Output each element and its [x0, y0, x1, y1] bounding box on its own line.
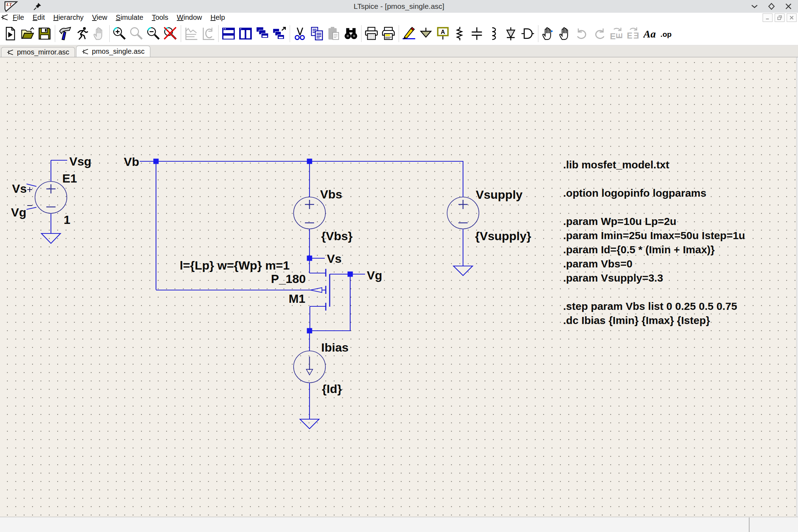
- e1-name-label[interactable]: E1: [62, 172, 77, 185]
- ground-symbol[interactable]: [300, 419, 319, 429]
- close-button[interactable]: [785, 2, 792, 10]
- e1-value-label[interactable]: 1: [64, 213, 70, 226]
- spice-directive-line[interactable]: .param Vbs=0: [563, 257, 745, 271]
- find-icon: [344, 27, 358, 41]
- ibias-source-symbol[interactable]: [294, 351, 325, 383]
- minimize-button[interactable]: [751, 2, 758, 10]
- print-preview-button[interactable]: [363, 24, 380, 43]
- tab-pmos_mirror[interactable]: pmos_mirror.asc: [1, 47, 75, 57]
- zoom-full-extents-button[interactable]: [162, 24, 179, 43]
- tile-horizontal-icon: [221, 27, 236, 41]
- schematic-canvas[interactable]: Vsg E1 1 Vs Vg Vb Vbs {Vbs} Vs Vg l={Lp}…: [0, 57, 798, 517]
- arrange-windows-button[interactable]: [271, 24, 288, 43]
- menu-file[interactable]: File: [8, 13, 28, 22]
- spice-directive-line[interactable]: .param Id={0.5 * (Imin + Imax)}: [563, 243, 745, 257]
- spice-directive-line[interactable]: .lib mosfet_model.txt: [563, 158, 745, 172]
- child-restore-button[interactable]: [775, 13, 785, 22]
- move-button[interactable]: [540, 24, 557, 43]
- vbs-name-label[interactable]: Vbs: [320, 187, 342, 201]
- menu-window[interactable]: Window: [173, 13, 206, 22]
- menu-simulate[interactable]: Simulate: [111, 13, 148, 22]
- ibias-value-label[interactable]: {Id}: [322, 382, 342, 395]
- control-panel-button[interactable]: [57, 24, 74, 43]
- e1-vcvs-symbol[interactable]: [27, 181, 67, 213]
- vbs-value-label[interactable]: {Vbs}: [321, 229, 353, 243]
- drag-button[interactable]: [557, 24, 574, 43]
- tile-horizontal-button[interactable]: [220, 24, 237, 43]
- net-label-button[interactable]: A: [434, 24, 451, 43]
- halt-button: [91, 24, 108, 43]
- spice-directive-line[interactable]: [563, 200, 745, 214]
- net-label-vsg[interactable]: Vsg: [69, 155, 91, 168]
- inductor-icon: [487, 27, 501, 41]
- component-button[interactable]: [519, 24, 536, 43]
- spice-directive-button[interactable]: .op: [659, 24, 676, 43]
- horizontal-scrollbar-track[interactable]: [0, 517, 798, 532]
- spice-directive-line[interactable]: .param Wp=10u Lp=2u: [563, 214, 745, 229]
- ground-button[interactable]: [417, 24, 434, 43]
- m1-params-label[interactable]: l={Lp} w={Wp} m=1: [180, 259, 290, 272]
- text-tool-button[interactable]: Aa: [642, 24, 659, 43]
- spice-directive-line[interactable]: .option logopinfo logparams: [563, 186, 745, 200]
- copy-button[interactable]: [308, 24, 325, 43]
- pin-icon[interactable]: [33, 2, 42, 11]
- ibias-name-label[interactable]: Ibias: [321, 341, 348, 354]
- resistor-button[interactable]: [451, 24, 468, 43]
- vertical-scrollbar[interactable]: [796, 57, 798, 517]
- spice-directive-line[interactable]: .dc Ibias {Imin} {Imax} {Istep}: [563, 313, 745, 328]
- zoom-full-extents-icon: [163, 27, 178, 41]
- spice-directive-line[interactable]: .param Imin=25u Imax=50u Istep=1u: [563, 229, 745, 243]
- waveform-settings-button: [200, 24, 216, 43]
- spice-directive-line[interactable]: [563, 285, 745, 299]
- m1-pmos-symbol[interactable]: [311, 269, 330, 311]
- m1-name-label[interactable]: M1: [289, 292, 305, 305]
- new-schematic-button[interactable]: [2, 24, 19, 43]
- child-minimize-button[interactable]: [763, 13, 773, 22]
- spice-directive-line[interactable]: .step param Vbs list 0 0.25 0.5 0.75: [563, 299, 745, 313]
- spice-directive-line[interactable]: [563, 172, 745, 186]
- zoom-in-button[interactable]: [111, 24, 128, 43]
- vsupply-value-label[interactable]: {Vsupply}: [475, 229, 531, 243]
- cascade-windows-button[interactable]: [254, 24, 271, 43]
- spice-directives-block[interactable]: .lib mosfet_model.txt.option logopinfo l…: [563, 158, 745, 328]
- menu-edit[interactable]: Edit: [28, 13, 49, 22]
- menu-help[interactable]: Help: [206, 13, 229, 22]
- m1-model-label[interactable]: P_180: [271, 272, 306, 285]
- print-button[interactable]: [380, 24, 397, 43]
- menu-tools[interactable]: Tools: [148, 13, 173, 22]
- e1-plus-input-label[interactable]: Vs: [12, 182, 27, 195]
- diamond-icon: [768, 2, 775, 10]
- zoom-out-button[interactable]: [145, 24, 162, 43]
- vsupply-name-label[interactable]: Vsupply: [476, 188, 522, 201]
- ground-symbol[interactable]: [41, 233, 60, 243]
- child-close-button[interactable]: [787, 13, 797, 22]
- menu-view[interactable]: View: [88, 13, 111, 22]
- vsupply-source-symbol[interactable]: [447, 197, 479, 229]
- net-label-vs[interactable]: Vs: [327, 252, 342, 265]
- toolbar-separator: [359, 24, 363, 43]
- draw-wire-button[interactable]: [400, 24, 417, 43]
- save-button[interactable]: [36, 24, 53, 43]
- ground-symbol[interactable]: [453, 266, 473, 276]
- net-label-vb[interactable]: Vb: [124, 155, 139, 168]
- svg-text:.op: .op: [660, 30, 672, 38]
- menu-hierarchy[interactable]: Hierarchy: [49, 13, 88, 22]
- maximize-button[interactable]: [768, 2, 775, 10]
- run-button[interactable]: [74, 24, 91, 43]
- open-file-button[interactable]: [19, 24, 36, 43]
- net-label-vg[interactable]: Vg: [367, 268, 382, 282]
- text-tool-icon: Aa: [643, 27, 657, 41]
- horizontal-scrollbar-thumb[interactable]: [0, 517, 750, 532]
- wires[interactable]: [27, 160, 463, 419]
- capacitor-button[interactable]: [468, 24, 485, 43]
- e1-minus-input-label[interactable]: Vg: [11, 206, 26, 219]
- vbs-source-symbol[interactable]: [294, 197, 325, 229]
- diode-button[interactable]: [502, 24, 519, 43]
- tab-pmos_single[interactable]: pmos_single.asc: [76, 46, 150, 57]
- find-button[interactable]: [342, 24, 359, 43]
- undo-icon: [575, 27, 589, 41]
- inductor-button[interactable]: [485, 24, 502, 43]
- cut-button[interactable]: [291, 24, 308, 43]
- tile-vertical-button[interactable]: [237, 24, 254, 43]
- spice-directive-line[interactable]: .param Vsupply=3.3: [563, 271, 745, 285]
